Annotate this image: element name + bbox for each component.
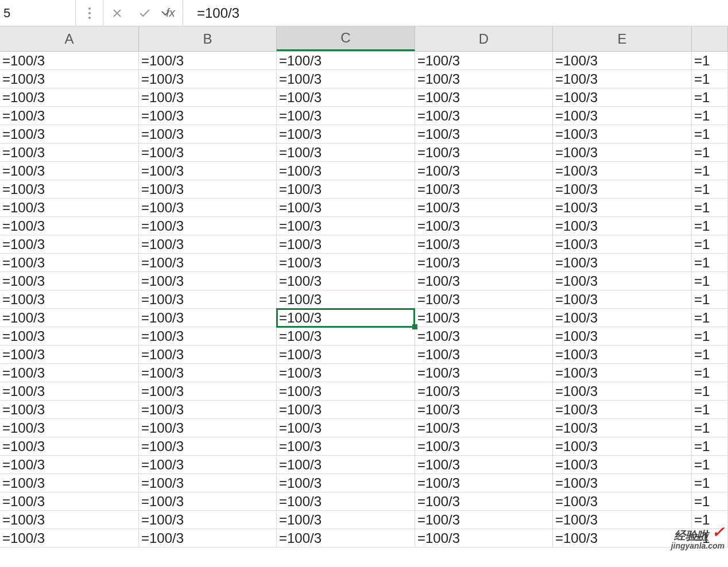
cell[interactable]: =100/3 xyxy=(415,199,553,217)
cancel-edit-button[interactable] xyxy=(103,0,131,26)
cell[interactable]: =100/3 xyxy=(277,254,415,272)
cell[interactable]: =100/3 xyxy=(415,474,553,492)
cell[interactable]: =100/3 xyxy=(553,456,692,474)
cell[interactable]: =100/3 xyxy=(277,290,415,309)
cell[interactable]: =100/3 xyxy=(277,345,415,364)
cell[interactable]: =100/3 xyxy=(415,364,553,382)
cell[interactable]: =100/3 xyxy=(277,401,415,419)
cell[interactable]: =100/3 xyxy=(0,272,139,290)
cell[interactable]: =100/3 xyxy=(0,474,139,492)
cell[interactable]: =1 xyxy=(692,162,728,180)
cell[interactable]: =100/3 xyxy=(277,88,415,107)
cell[interactable]: =1 xyxy=(692,401,728,419)
cell[interactable]: =100/3 xyxy=(277,437,415,456)
cell[interactable]: =100/3 xyxy=(139,290,277,309)
cell[interactable]: =100/3 xyxy=(415,419,553,437)
cell[interactable]: =100/3 xyxy=(139,52,277,70)
cell[interactable]: =1 xyxy=(692,254,728,272)
cell[interactable]: =1 xyxy=(692,70,728,88)
cell[interactable]: =100/3 xyxy=(139,364,277,382)
cell[interactable]: =1 xyxy=(692,272,728,290)
cell[interactable]: =100/3 xyxy=(553,492,692,511)
cell[interactable]: =100/3 xyxy=(0,327,139,345)
cell[interactable]: =100/3 xyxy=(553,290,692,309)
column-header-B[interactable]: B xyxy=(139,26,277,51)
cell[interactable]: =100/3 xyxy=(277,419,415,437)
cell[interactable]: =100/3 xyxy=(139,309,277,327)
cell[interactable]: =100/3 xyxy=(139,511,277,529)
cell[interactable]: =100/3 xyxy=(0,345,139,364)
cell[interactable]: =100/3 xyxy=(277,327,415,345)
cell[interactable]: =1 xyxy=(692,290,728,309)
cell[interactable]: =100/3 xyxy=(415,327,553,345)
cell[interactable]: =100/3 xyxy=(277,456,415,474)
cell[interactable]: =1 xyxy=(692,309,728,327)
cell[interactable]: =100/3 xyxy=(277,382,415,401)
cell[interactable]: =100/3 xyxy=(415,125,553,143)
cell[interactable]: =100/3 xyxy=(277,217,415,235)
cell[interactable]: =1 xyxy=(692,125,728,143)
cell[interactable]: =100/3 xyxy=(553,254,692,272)
cell[interactable]: =100/3 xyxy=(553,235,692,254)
cell[interactable]: =100/3 xyxy=(553,345,692,364)
cell[interactable]: =100/3 xyxy=(139,327,277,345)
cell[interactable]: =100/3 xyxy=(553,52,692,70)
cell[interactable]: =100/3 xyxy=(277,70,415,88)
cell[interactable]: =100/3 xyxy=(277,107,415,125)
cell[interactable]: =100/3 xyxy=(553,70,692,88)
cell[interactable]: =1 xyxy=(692,52,728,70)
cell[interactable]: =100/3 xyxy=(415,309,553,327)
cell[interactable]: =100/3 xyxy=(415,272,553,290)
cell[interactable]: =100/3 xyxy=(139,199,277,217)
fill-handle[interactable] xyxy=(412,324,417,329)
cell[interactable]: =100/3 xyxy=(277,492,415,511)
cell[interactable]: =100/3 xyxy=(553,143,692,162)
cell[interactable]: =100/3 xyxy=(415,52,553,70)
cell[interactable]: =100/3 xyxy=(415,254,553,272)
cell[interactable]: =100/3 xyxy=(277,529,415,547)
cell[interactable]: =100/3 xyxy=(553,474,692,492)
menu-more-button[interactable] xyxy=(76,0,103,26)
cell[interactable]: =100/3 xyxy=(415,235,553,254)
column-header-E[interactable]: E xyxy=(553,26,692,51)
cell[interactable]: =1 xyxy=(692,364,728,382)
cell[interactable]: =100/3 xyxy=(553,437,692,456)
cell[interactable]: =100/3 xyxy=(139,529,277,547)
cell[interactable]: =1 xyxy=(692,143,728,162)
cell[interactable]: =100/3 xyxy=(277,143,415,162)
cell[interactable]: =100/3 xyxy=(0,309,139,327)
cell[interactable]: =100/3 xyxy=(277,272,415,290)
cell[interactable]: =100/3 xyxy=(0,143,139,162)
cell[interactable]: =100/3 xyxy=(415,180,553,199)
cell[interactable]: =1 xyxy=(692,199,728,217)
cell[interactable]: =100/3 xyxy=(553,180,692,199)
cell[interactable]: =1 xyxy=(692,382,728,401)
cell[interactable]: =100/3 xyxy=(553,107,692,125)
cell[interactable]: =100/3 xyxy=(553,88,692,107)
cell[interactable]: =1 xyxy=(692,217,728,235)
cell[interactable]: =1 xyxy=(692,345,728,364)
cell[interactable]: =100/3 xyxy=(0,52,139,70)
cell[interactable]: =1 xyxy=(692,456,728,474)
cell[interactable]: =100/3 xyxy=(415,492,553,511)
cell[interactable]: =100/3 xyxy=(0,88,139,107)
column-header-C[interactable]: C xyxy=(277,26,415,51)
fx-label[interactable]: fx xyxy=(158,0,183,26)
cell[interactable]: =100/3 xyxy=(139,180,277,199)
confirm-edit-button[interactable] xyxy=(131,0,158,26)
cell[interactable]: =100/3 xyxy=(277,180,415,199)
cell[interactable]: =1 xyxy=(692,474,728,492)
cell[interactable]: =100/3 xyxy=(277,199,415,217)
cell[interactable]: =100/3 xyxy=(0,290,139,309)
cell[interactable]: =100/3 xyxy=(139,143,277,162)
cell[interactable]: =100/3 xyxy=(139,162,277,180)
cell[interactable]: =100/3 xyxy=(415,88,553,107)
cell[interactable]: =100/3 xyxy=(0,401,139,419)
cell[interactable]: =1 xyxy=(692,492,728,511)
cell[interactable]: =100/3 xyxy=(415,382,553,401)
cell[interactable]: =100/3 xyxy=(0,125,139,143)
cell[interactable]: =100/3 xyxy=(0,70,139,88)
cell[interactable]: =100/3 xyxy=(139,401,277,419)
column-header-partial[interactable] xyxy=(692,26,728,51)
cell[interactable]: =100/3 xyxy=(415,401,553,419)
